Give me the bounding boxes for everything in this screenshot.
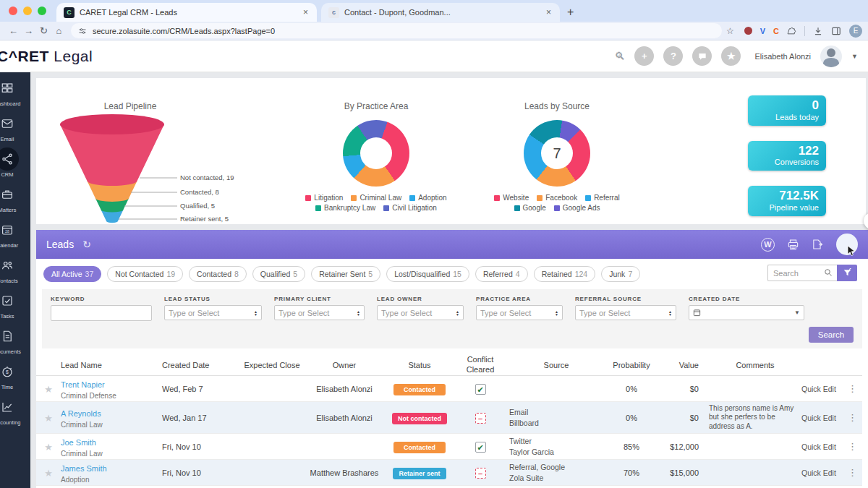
table-row: ★ Joe SmithCriminal Law Fri, Nov 10 Cont… [36, 434, 862, 460]
sidebar-item-matters[interactable]: Matters [0, 183, 19, 213]
sidebar-item-calendar[interactable]: 28 Calendar [0, 218, 19, 249]
pill-qualified[interactable]: Qualified5 [252, 266, 305, 282]
keyword-field: KEYWORD [51, 296, 152, 321]
favorite-star-icon[interactable]: ★ [44, 384, 53, 395]
legend-swatch [537, 195, 542, 201]
row-menu-icon[interactable]: ⋮ [848, 412, 862, 423]
print-icon[interactable] [787, 239, 799, 250]
search-button[interactable]: Search [809, 327, 854, 343]
filter-toggle-button[interactable] [837, 265, 857, 281]
assistant-circle-button[interactable] [836, 234, 858, 255]
status-badge: Contacted [393, 384, 446, 395]
practice-area-donut [343, 120, 409, 187]
favorite-star-icon[interactable]: ★ [44, 468, 53, 479]
sidebar-item-time[interactable]: $ Time [0, 360, 19, 390]
help-button[interactable]: ? [663, 46, 683, 66]
sidebar-item-dashboard[interactable]: Dashboard [0, 77, 20, 107]
referral-source-select[interactable]: Type or Select▲▼ [575, 305, 676, 320]
conflict-cleared-checkbox[interactable] [475, 384, 486, 395]
add-new-button[interactable]: + [634, 46, 654, 66]
extensions-puzzle-icon[interactable] [787, 26, 796, 35]
sidebar-item-contacts[interactable]: Contacts [0, 254, 19, 284]
forward-icon[interactable]: → [21, 25, 36, 36]
funnel-label: Qualified, 5 [180, 202, 215, 210]
quick-edit-link[interactable]: Quick Edit [801, 385, 848, 393]
word-export-icon[interactable]: W [761, 238, 775, 252]
site-settings-icon[interactable] [78, 27, 87, 35]
lead-status-select[interactable]: Type or Select▲▼ [164, 305, 262, 320]
legend-swatch [305, 195, 311, 201]
chart-title: By Practice Area [344, 101, 409, 111]
value-cell: $15,000 [660, 468, 709, 477]
sidebar-item-documents[interactable]: Documents [0, 325, 21, 355]
maximize-window-button[interactable] [38, 7, 46, 15]
keyword-input[interactable] [51, 305, 152, 321]
quick-edit-link[interactable]: Quick Edit [801, 468, 848, 477]
side-panel-icon[interactable] [831, 26, 841, 36]
pill-not-contacted[interactable]: Not Contacted19 [107, 266, 183, 282]
pill-referred[interactable]: Referred4 [475, 266, 528, 282]
quick-edit-link[interactable]: Quick Edit [801, 414, 848, 422]
favorites-button[interactable]: ★ [721, 46, 741, 66]
practice-area-select[interactable]: Type or Select▲▼ [476, 305, 563, 320]
left-nav-sidebar: Dashboard Email CRM Matters 28 Calendar … [0, 72, 30, 488]
row-menu-icon[interactable]: ⋮ [848, 467, 862, 478]
quick-edit-link[interactable]: Quick Edit [801, 442, 848, 451]
new-tab-button[interactable]: + [560, 6, 581, 22]
address-bar[interactable]: secure.zolasuite.com/CRM/Leads.aspx?last… [71, 23, 722, 38]
sidebar-item-email[interactable]: Email [0, 112, 19, 142]
table-row: ★ Trent NapierCriminal Defense Wed, Feb … [36, 376, 862, 402]
user-avatar[interactable] [820, 46, 842, 67]
close-window-button[interactable] [9, 7, 17, 15]
sidebar-item-accounting[interactable]: Accounting [0, 395, 21, 426]
tab-close-icon[interactable]: × [545, 7, 553, 17]
refresh-icon[interactable]: ↻ [82, 239, 91, 250]
search-icon[interactable]: 🔍︎ [614, 50, 625, 62]
row-menu-icon[interactable]: ⋮ [848, 441, 862, 452]
user-menu-chevron-icon[interactable]: ▼ [851, 53, 858, 60]
pill-retained[interactable]: Retained124 [534, 266, 596, 282]
bookmark-star-icon[interactable]: ☆ [726, 26, 734, 36]
browser-profile-avatar[interactable]: E [849, 25, 862, 38]
sidebar-item-tasks[interactable]: Tasks [0, 289, 19, 320]
pill-contacted[interactable]: Contacted8 [189, 266, 247, 282]
row-menu-icon[interactable]: ⋮ [848, 383, 862, 394]
lead-name-link[interactable]: Trent Napier [61, 380, 105, 389]
pill-all-active[interactable]: All Active37 [43, 266, 101, 282]
tab-close-icon[interactable]: × [302, 7, 310, 17]
chat-button[interactable] [692, 46, 712, 66]
lead-name-link[interactable]: James Smith [61, 464, 107, 473]
created-date-input[interactable]: ▼ [689, 305, 804, 320]
lead-owner-select[interactable]: Type or Select▲▼ [377, 305, 464, 320]
extension-icon[interactable] [744, 27, 752, 35]
back-icon[interactable]: ← [6, 25, 21, 36]
reload-icon[interactable]: ↻ [36, 25, 51, 36]
lead-name-link[interactable]: A Reynolds [61, 409, 101, 418]
conflict-cleared-checkbox[interactable] [475, 442, 486, 453]
primary-client-select[interactable]: Type or Select▲▼ [274, 305, 365, 320]
pill-junk[interactable]: Junk7 [601, 266, 640, 282]
favorite-star-icon[interactable]: ★ [44, 442, 53, 453]
extension-icon[interactable]: V [760, 27, 765, 35]
pill-retainer-sent[interactable]: Retainer Sent5 [311, 266, 380, 282]
advanced-filter-panel: KEYWORD LEAD STATUS Type or Select▲▼ PRI… [42, 289, 862, 348]
legend-swatch [554, 205, 560, 211]
pill-lost-disqualified[interactable]: Lost/Disqualified15 [386, 266, 469, 282]
stepper-icon: ▲▼ [453, 310, 459, 316]
downloads-icon[interactable] [813, 26, 823, 36]
status-badge: Retainer sent [393, 468, 446, 479]
conflict-cleared-checkbox[interactable] [475, 413, 486, 424]
favorite-star-icon[interactable]: ★ [44, 413, 53, 424]
minimize-window-button[interactable] [23, 7, 32, 15]
export-file-icon[interactable] [812, 239, 824, 250]
browser-tab-inactive[interactable]: c Contact - Dupont, Goodman... × [321, 3, 560, 22]
kpi-leads-today: 0 Leads today [748, 95, 826, 126]
legend-swatch [409, 195, 415, 201]
lead-name-link[interactable]: Joe Smith [61, 438, 96, 447]
tab-title: Contact - Dupont, Goodman... [344, 8, 540, 17]
home-icon[interactable]: ⌂ [51, 25, 67, 36]
browser-tab-active[interactable]: C CARET Legal CRM - Leads × [56, 3, 317, 22]
sidebar-item-crm[interactable]: CRM [0, 147, 19, 178]
conflict-cleared-checkbox[interactable] [475, 468, 486, 479]
extension-icon[interactable]: C [773, 27, 779, 35]
